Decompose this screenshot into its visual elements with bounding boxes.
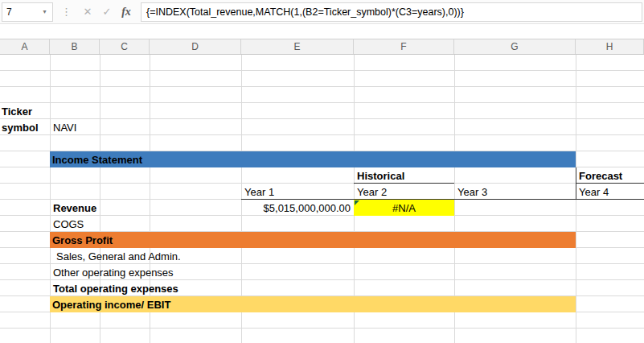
cell-border	[576, 183, 644, 184]
column-header-b[interactable]: B	[50, 39, 100, 54]
cell-forecast-label[interactable]: Forecast	[576, 167, 644, 184]
sheet-grid[interactable]: Ticker symbol NAVI Income Statement Hist…	[0, 55, 644, 343]
cell-revenue-year1-value[interactable]: $5,015,000,000.00	[241, 200, 354, 216]
enter-button[interactable]: ✓	[97, 2, 117, 22]
cancel-button[interactable]: ✕	[78, 2, 97, 22]
formula-bar: 7 ▾ ⋮ ✕ ✓ fx {=INDEX(Total_revenue,MATCH…	[0, 0, 644, 24]
banner-gross-profit[interactable]: Gross Profit	[50, 232, 576, 248]
name-box[interactable]: 7	[2, 2, 37, 22]
insert-function-button[interactable]: fx	[117, 2, 136, 22]
cell-cogs-label[interactable]: COGS	[50, 216, 84, 232]
cell-year2-label[interactable]: Year 2	[354, 184, 387, 200]
banner-income-statement[interactable]: Income Statement	[50, 151, 576, 167]
cell-revenue-label[interactable]: Revenue	[50, 200, 96, 216]
cell-revenue-year2-error[interactable]: #N/A	[354, 200, 454, 216]
column-header-h[interactable]: H	[576, 39, 644, 54]
cell-total-opex-label[interactable]: Total operating expenses	[50, 280, 178, 296]
formula-bar-gap	[0, 24, 644, 39]
cell-year1-label[interactable]: Year 1	[241, 184, 274, 200]
cell-ticker-label-line1[interactable]: Ticker	[0, 103, 32, 119]
formula-bar-splitter-icon: ⋮	[53, 6, 78, 18]
column-header-row: A B C D E F G H	[0, 39, 644, 55]
banner-operating-income[interactable]: Operating income/ EBIT	[50, 296, 576, 312]
error-indicator-icon	[355, 200, 359, 205]
chevron-down-icon[interactable]: ▾	[37, 2, 53, 22]
cell-border	[576, 167, 576, 200]
column-header-d[interactable]: D	[150, 39, 241, 54]
column-header-a[interactable]: A	[0, 39, 50, 54]
column-header-c[interactable]: C	[100, 39, 150, 54]
cell-sga-label[interactable]: Sales, General and Admin.	[50, 248, 181, 264]
cell-year3-label[interactable]: Year 3	[454, 184, 487, 200]
formula-input[interactable]: {=INDEX(Total_revenue,MATCH(1,(B2=Ticker…	[141, 2, 642, 22]
cell-border	[354, 183, 454, 184]
column-header-g[interactable]: G	[454, 39, 576, 54]
cell-ticker-value[interactable]: NAVI	[50, 119, 76, 135]
column-header-f[interactable]: F	[354, 39, 454, 54]
cell-historical-label[interactable]: Historical	[354, 167, 454, 184]
column-header-e[interactable]: E	[241, 39, 354, 54]
cell-ticker-label-line2[interactable]: symbol	[0, 119, 39, 135]
cell-other-opex-label[interactable]: Other operating expenses	[50, 264, 174, 280]
cell-year4-label[interactable]: Year 4	[576, 184, 609, 200]
